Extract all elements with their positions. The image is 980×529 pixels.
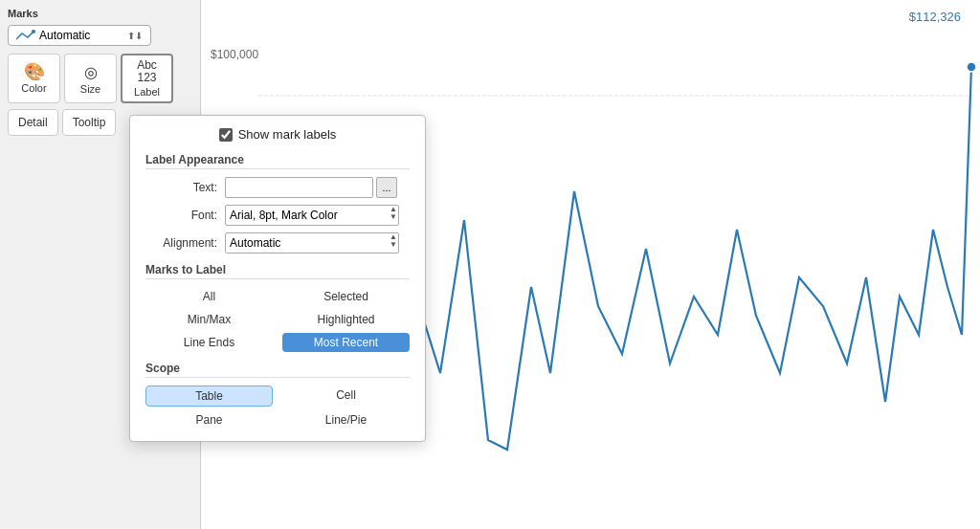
alignment-field-label: Alignment: bbox=[145, 236, 217, 250]
color-icon: 🎨 bbox=[24, 63, 45, 80]
popup-panel: Show mark labels Label Appearance Text: … bbox=[129, 115, 426, 442]
line-chart-icon bbox=[16, 30, 35, 41]
marks-to-label-title: Marks to Label bbox=[145, 263, 410, 279]
scope-title: Scope bbox=[145, 362, 410, 378]
show-mark-labels-checkbox[interactable] bbox=[219, 128, 233, 142]
label-button[interactable]: Abc123 Label bbox=[121, 54, 173, 103]
marks-to-label-grid: All Selected Min/Max Highlighted Line En… bbox=[145, 287, 410, 352]
chart-top-value: $112,326 bbox=[909, 10, 961, 24]
font-row: Font: Arial, 8pt, Mark Color ▲▼ bbox=[145, 205, 410, 226]
text-field-label: Text: bbox=[145, 181, 217, 194]
label-icon: Abc123 bbox=[137, 59, 157, 84]
scope-option-table[interactable]: Table bbox=[145, 386, 273, 407]
marks-type-dropdown[interactable]: Automatic ⬆⬇ bbox=[8, 25, 151, 46]
label-appearance-title: Label Appearance bbox=[145, 153, 410, 169]
color-label: Color bbox=[21, 82, 46, 94]
detail-button[interactable]: Detail bbox=[8, 109, 58, 136]
size-button[interactable]: ◎ Size bbox=[64, 54, 117, 103]
marks-to-label-section: Marks to Label All Selected Min/Max High… bbox=[145, 263, 410, 352]
show-mark-labels-row: Show mark labels bbox=[145, 127, 410, 142]
mark-option-mostrecent[interactable]: Most Recent bbox=[282, 333, 410, 352]
text-input[interactable] bbox=[225, 177, 373, 198]
color-button[interactable]: 🎨 Color bbox=[8, 54, 60, 103]
scope-section: Scope Table Cell Pane Line/Pie bbox=[145, 362, 410, 430]
size-label: Size bbox=[80, 83, 100, 95]
mark-option-minmax[interactable]: Min/Max bbox=[145, 310, 273, 329]
alignment-row: Alignment: Automatic ▲▼ bbox=[145, 232, 410, 253]
size-icon: ◎ bbox=[84, 63, 98, 81]
left-panel: Marks Automatic ⬆⬇ 🎨 Color ◎ Size Abc123… bbox=[0, 0, 201, 529]
font-select-wrapper: Arial, 8pt, Mark Color ▲▼ bbox=[225, 205, 399, 226]
svg-point-0 bbox=[32, 30, 35, 33]
end-point-dot bbox=[967, 62, 976, 72]
font-field-label: Font: bbox=[145, 209, 217, 222]
dropdown-arrows-icon: ⬆⬇ bbox=[127, 31, 143, 41]
marks-type-dropdown-row: Automatic ⬆⬇ bbox=[8, 25, 192, 46]
scope-option-linepie[interactable]: Line/Pie bbox=[282, 410, 410, 430]
show-mark-labels-text: Show mark labels bbox=[238, 127, 337, 142]
mark-option-selected[interactable]: Selected bbox=[282, 287, 410, 306]
ellipsis-button[interactable]: ... bbox=[376, 177, 397, 198]
mark-option-all[interactable]: All bbox=[145, 287, 273, 306]
font-select[interactable]: Arial, 8pt, Mark Color bbox=[225, 205, 399, 226]
alignment-select[interactable]: Automatic bbox=[225, 232, 399, 253]
text-row: Text: ... bbox=[145, 177, 410, 198]
scope-option-cell[interactable]: Cell bbox=[282, 386, 410, 407]
mark-buttons-row: 🎨 Color ◎ Size Abc123 Label bbox=[8, 54, 192, 103]
chart-y-axis-label: $100,000 bbox=[211, 48, 258, 61]
marks-dropdown-label: Automatic bbox=[39, 29, 127, 42]
mark-option-highlighted[interactable]: Highlighted bbox=[282, 310, 410, 329]
scope-grid: Table Cell Pane Line/Pie bbox=[145, 386, 410, 430]
tooltip-button[interactable]: Tooltip bbox=[62, 109, 117, 136]
scope-option-pane[interactable]: Pane bbox=[145, 410, 273, 430]
text-input-group: ... bbox=[225, 177, 397, 198]
marks-title: Marks bbox=[8, 8, 192, 19]
label-label: Label bbox=[134, 86, 160, 98]
alignment-select-wrapper: Automatic ▲▼ bbox=[225, 232, 399, 253]
mark-option-lineends[interactable]: Line Ends bbox=[145, 333, 273, 352]
